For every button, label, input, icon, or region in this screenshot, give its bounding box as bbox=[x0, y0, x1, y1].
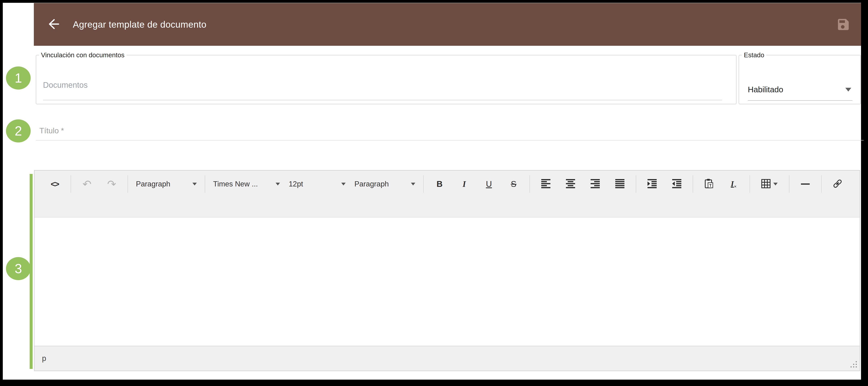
chevron-down-icon bbox=[845, 88, 851, 92]
align-justify-button[interactable] bbox=[608, 174, 632, 194]
align-left-icon bbox=[541, 179, 550, 189]
table-button[interactable] bbox=[753, 174, 785, 194]
app-bar: Agregar template de documento bbox=[34, 3, 861, 46]
redo-button[interactable]: ↷ bbox=[99, 174, 124, 194]
element-path[interactable]: p bbox=[42, 354, 46, 363]
annotation-badge-3: 3 bbox=[6, 257, 31, 280]
strikethrough-button[interactable]: S bbox=[501, 174, 526, 194]
toolbar-separator bbox=[750, 175, 750, 193]
align-right-button[interactable] bbox=[583, 174, 608, 194]
paste-text-icon: T bbox=[705, 179, 714, 189]
italic-button[interactable]: I bbox=[452, 174, 476, 194]
toolbar-separator bbox=[128, 175, 128, 193]
remove-format-button[interactable]: I× bbox=[721, 174, 746, 194]
underline-icon: U bbox=[486, 179, 492, 189]
remove-format-icon: I× bbox=[731, 179, 737, 189]
underline-button[interactable]: U bbox=[476, 174, 501, 194]
toolbar-separator bbox=[71, 175, 71, 193]
style-select-dropdown[interactable]: Paragraph bbox=[131, 174, 201, 194]
code-icon: <> bbox=[51, 180, 59, 189]
arrow-left-icon bbox=[46, 17, 60, 32]
save-button[interactable] bbox=[836, 18, 850, 31]
back-button[interactable] bbox=[46, 18, 60, 31]
toolbar-separator bbox=[423, 175, 424, 193]
undo-icon: ↶ bbox=[82, 178, 91, 190]
documentos-input[interactable] bbox=[43, 70, 722, 100]
app-canvas: Agregar template de documento Vinculació… bbox=[3, 3, 861, 380]
undo-button[interactable]: ↶ bbox=[74, 174, 99, 194]
align-justify-icon bbox=[615, 179, 624, 189]
italic-icon: I bbox=[463, 179, 466, 189]
table-icon bbox=[761, 179, 771, 189]
estado-fieldset: Estado Habilitado bbox=[739, 51, 861, 104]
chevron-down-icon bbox=[192, 183, 197, 186]
toolbar-separator bbox=[821, 175, 822, 193]
chevron-down-icon bbox=[411, 183, 415, 186]
font-size-dropdown[interactable]: 12pt bbox=[284, 174, 350, 194]
annotation-badge-2: 2 bbox=[6, 119, 31, 142]
align-center-icon bbox=[566, 179, 575, 189]
format-select-dropdown[interactable]: Paragraph bbox=[350, 174, 420, 194]
editor-toolbar: <> ↶ ↷ Paragraph Times New ... bbox=[34, 170, 860, 218]
toolbar-separator bbox=[529, 175, 530, 193]
source-code-button[interactable]: <> bbox=[42, 174, 67, 194]
bold-button[interactable]: B bbox=[427, 174, 452, 194]
strikethrough-icon: S bbox=[511, 179, 516, 189]
toolbar-separator bbox=[636, 175, 636, 193]
link-icon bbox=[833, 179, 842, 189]
toolbar-separator bbox=[205, 175, 205, 193]
horizontal-rule-icon bbox=[801, 184, 810, 185]
page-title: Agregar template de documento bbox=[73, 19, 207, 30]
paste-as-text-button[interactable]: T bbox=[697, 174, 721, 194]
toolbar-separator bbox=[693, 175, 693, 193]
outdent-icon bbox=[672, 179, 681, 189]
svg-text:T: T bbox=[709, 183, 712, 188]
annotation-badge-1: 1 bbox=[6, 66, 31, 90]
resize-handle-icon[interactable] bbox=[850, 361, 857, 369]
align-right-icon bbox=[591, 179, 600, 189]
vinculacion-fieldset: Vinculación con documentos bbox=[36, 51, 737, 104]
outdent-button[interactable] bbox=[664, 174, 689, 194]
titulo-input[interactable] bbox=[36, 121, 864, 140]
rich-text-editor: <> ↶ ↷ Paragraph Times New ... bbox=[34, 170, 860, 371]
vinculacion-legend: Vinculación con documentos bbox=[39, 51, 127, 59]
toolbar-separator bbox=[789, 175, 789, 193]
insert-link-button[interactable] bbox=[825, 174, 850, 194]
chevron-down-icon bbox=[341, 183, 346, 186]
bold-icon: B bbox=[437, 179, 442, 189]
chevron-down-icon bbox=[276, 183, 280, 186]
indent-button[interactable] bbox=[640, 174, 664, 194]
chevron-down-icon bbox=[773, 183, 778, 186]
indent-icon bbox=[648, 179, 657, 189]
estado-selected-value: Habilitado bbox=[748, 85, 783, 94]
redo-icon: ↷ bbox=[107, 178, 116, 190]
estado-legend: Estado bbox=[742, 51, 766, 59]
align-center-button[interactable] bbox=[558, 174, 583, 194]
editor-content-area[interactable] bbox=[34, 218, 860, 346]
editor-status-bar: p bbox=[34, 346, 860, 371]
font-family-dropdown[interactable]: Times New ... bbox=[209, 174, 284, 194]
floppy-disk-icon bbox=[836, 28, 850, 32]
align-left-button[interactable] bbox=[533, 174, 558, 194]
horizontal-rule-button[interactable] bbox=[793, 174, 818, 194]
estado-select[interactable]: Habilitado bbox=[748, 79, 852, 101]
